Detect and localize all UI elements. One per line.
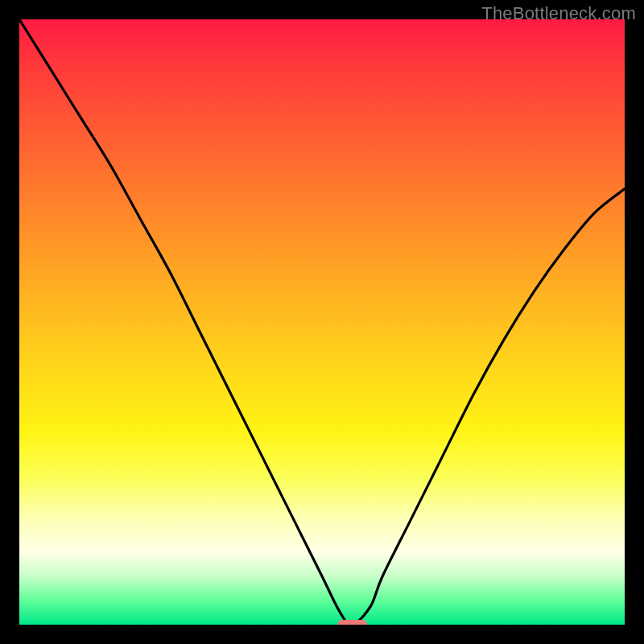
optimal-marker: [337, 620, 368, 625]
bottleneck-curve: [19, 19, 625, 625]
plot-area: [19, 19, 625, 625]
chart-frame: TheBottleneck.com: [0, 0, 644, 644]
watermark-text: TheBottleneck.com: [481, 3, 636, 24]
